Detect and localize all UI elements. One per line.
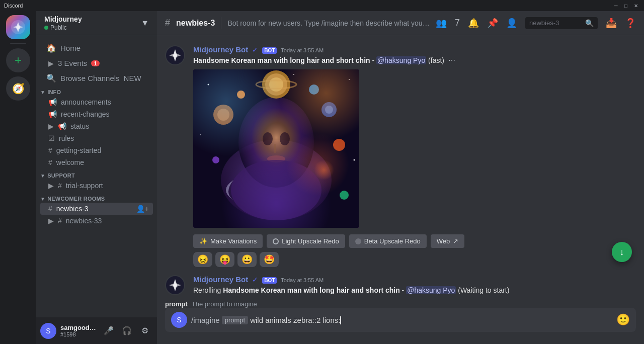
channel-newbies-33[interactable]: ▶ # newbies-33 xyxy=(40,215,153,227)
newbies33-icon: # xyxy=(58,217,62,225)
help-icon[interactable]: ❓ xyxy=(625,18,636,29)
section-label-info: INFO xyxy=(47,89,61,95)
channel-section-info: ▼ INFO 📢 announcements 📢 recent-changes … xyxy=(36,87,157,168)
channel-getting-started[interactable]: # getting-started xyxy=(40,144,153,156)
notification-icon[interactable]: 🔔 xyxy=(468,18,479,29)
search-bar[interactable]: 🔍 xyxy=(525,17,598,29)
user-controls: 🎤 🎧 ⚙ xyxy=(101,323,153,339)
emoji-picker-button[interactable]: 🙂 xyxy=(616,313,630,326)
nav-home[interactable]: 🏠 Home xyxy=(40,39,153,57)
newbies33-expand: ▶ xyxy=(48,217,54,225)
svg-point-25 xyxy=(200,134,201,135)
svg-point-7 xyxy=(269,77,283,92)
add-server-button[interactable]: + xyxy=(6,48,30,72)
message-text-2: Rerolling Handsome Korean man with long … xyxy=(193,286,636,295)
svg-point-5 xyxy=(262,70,290,99)
section-header-support[interactable]: ▼ SUPPORT xyxy=(36,170,157,180)
channel-welcome[interactable]: # welcome xyxy=(40,156,153,168)
reaction-tongue[interactable]: 😝 xyxy=(215,252,234,267)
beta-upscale-redo-button[interactable]: Beta Upscale Redo xyxy=(349,234,427,248)
svg-point-27 xyxy=(293,74,294,75)
minimize-button[interactable]: ─ xyxy=(612,2,620,10)
chat-input-wrapper: S /imagine prompt wild animals zebra::2 … xyxy=(165,308,636,332)
bot-badge-1: BOT xyxy=(262,47,277,54)
svg-point-22 xyxy=(231,160,321,220)
section-header-info[interactable]: ▼ INFO xyxy=(36,87,157,96)
scroll-to-bottom-button[interactable]: ↓ xyxy=(612,242,632,262)
server-icon-midjourney[interactable] xyxy=(6,15,30,39)
pin-icon[interactable]: 📌 xyxy=(487,18,498,29)
chat-input-text[interactable]: /imagine prompt wild animals zebra::2 li… xyxy=(191,316,612,324)
browse-icon: 🔍 xyxy=(46,73,56,83)
server-status: Public xyxy=(44,24,82,31)
welcome-icon: # xyxy=(48,158,52,166)
maximize-button[interactable]: □ xyxy=(622,2,630,10)
message-author-2[interactable]: Midjourney Bot xyxy=(193,275,248,284)
server-header[interactable]: Midjourney Public ▼ xyxy=(36,11,157,35)
mute-button[interactable]: 🎤 xyxy=(101,323,117,339)
message-reactions-1: 😖 😝 😀 🤩 xyxy=(193,252,636,267)
channel-newbies-3[interactable]: # newbies-3 👤+ xyxy=(40,203,153,215)
external-link-icon: ↗ xyxy=(453,237,458,245)
light-upscale-redo-button[interactable]: Light Upscale Redo xyxy=(267,234,345,248)
reaction-grin[interactable]: 😀 xyxy=(237,252,257,267)
events-label: 3 Events xyxy=(58,59,87,67)
channel-announcements[interactable]: 📢 announcements xyxy=(40,96,153,108)
svg-point-11 xyxy=(321,102,337,117)
image-options-icon[interactable]: ⋯ xyxy=(448,56,455,64)
section-chevron-newcomer: ▼ xyxy=(40,196,45,202)
close-button[interactable]: ✕ xyxy=(632,2,640,10)
search-input[interactable] xyxy=(529,19,583,27)
variations-icon: ✨ xyxy=(199,237,207,245)
status-icon: 📢 xyxy=(58,122,66,130)
message-buttons-1: ✨ Make Variations Light Upscale Redo Bet… xyxy=(193,234,636,248)
channel-rules[interactable]: ☑ rules xyxy=(40,132,153,144)
message-text-1: Handsome Korean man with long hair and s… xyxy=(193,56,636,65)
svg-point-19 xyxy=(280,132,290,145)
channel-status[interactable]: ▶ 📢 status xyxy=(40,120,153,132)
svg-point-3 xyxy=(221,140,332,220)
server-menu-chevron[interactable]: ▼ xyxy=(141,19,149,28)
prompt-hint: prompt The prompt to imagine xyxy=(157,298,644,308)
channel-header: # newbies-3 Bot room for new users. Type… xyxy=(157,11,644,35)
verified-icon-2: ✓ xyxy=(252,276,258,284)
section-label-support: SUPPORT xyxy=(47,173,75,179)
make-variations-button[interactable]: ✨ Make Variations xyxy=(193,234,263,248)
add-user-icon[interactable]: 👤+ xyxy=(136,205,149,213)
recent-changes-icon: 📢 xyxy=(48,110,57,118)
nav-browse[interactable]: 🔍 Browse Channels NEW xyxy=(40,69,153,87)
home-icon: 🏠 xyxy=(46,43,56,53)
online-dot xyxy=(44,26,48,30)
reaction-star-eyes[interactable]: 🤩 xyxy=(260,252,279,267)
message-content-2: Midjourney Bot ✓ BOT Today at 3:55 AM Re… xyxy=(193,275,636,295)
svg-rect-2 xyxy=(193,69,359,228)
reaction-angry[interactable]: 😖 xyxy=(193,252,212,267)
deafen-button[interactable]: 🎧 xyxy=(119,323,135,339)
inbox-icon[interactable]: 📥 xyxy=(606,18,617,29)
user-panel: S samgoodw... #1598 🎤 🎧 ⚙ xyxy=(36,317,157,344)
header-icons: 👥 7 🔔 📌 👤 🔍 📥 ❓ xyxy=(436,17,636,29)
message-author-1[interactable]: Midjourney Bot xyxy=(193,45,248,54)
channel-recent-changes[interactable]: 📢 recent-changes xyxy=(40,108,153,120)
chat-input-row[interactable]: S /imagine prompt wild animals zebra::2 … xyxy=(165,308,636,332)
channel-sidebar: Midjourney Public ▼ 🏠 Home ▶ 3 Events 1 xyxy=(36,11,157,344)
channel-trial-support[interactable]: ▶ # trial-support xyxy=(40,180,153,192)
message-avatar-1 xyxy=(165,45,185,65)
channel-hash-icon: # xyxy=(165,18,170,28)
nav-events[interactable]: ▶ 3 Events 1 xyxy=(40,57,153,69)
message-timestamp-1: Today at 3:55 AM xyxy=(281,47,324,53)
channel-section-newcomer: ▼ NEWCOMER ROOMS # newbies-3 👤+ ▶ # newb… xyxy=(36,194,157,227)
people-icon[interactable]: 👤 xyxy=(506,18,517,29)
discover-button[interactable]: 🧭 xyxy=(6,76,30,101)
svg-point-4 xyxy=(238,97,314,188)
web-button[interactable]: Web ↗ xyxy=(431,234,465,248)
slash-command: /imagine xyxy=(191,316,220,324)
section-header-newcomer[interactable]: ▼ NEWCOMER ROOMS xyxy=(36,194,157,203)
bot-badge-2: BOT xyxy=(262,277,277,284)
svg-rect-20 xyxy=(274,144,276,153)
server-item-midjourney[interactable] xyxy=(6,15,30,39)
main-content: # newbies-3 Bot room for new users. Type… xyxy=(157,11,644,344)
settings-button[interactable]: ⚙ xyxy=(137,323,153,339)
members-icon[interactable]: 👥 xyxy=(436,18,447,29)
app-title: Discord xyxy=(4,3,23,9)
